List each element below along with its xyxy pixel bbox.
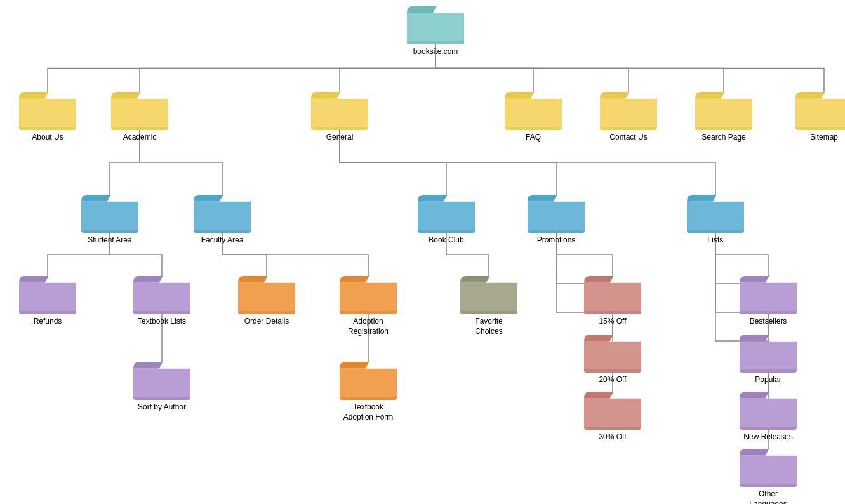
node-about[interactable]: About Us: [19, 92, 76, 143]
folder-icon-popular: [740, 335, 797, 373]
node-label-sitemap: Sitemap: [810, 133, 838, 143]
folder-icon-otherlanguages: [740, 449, 797, 487]
node-search[interactable]: Search Page: [695, 92, 752, 143]
node-label-textbooklists: Textbook Lists: [138, 317, 186, 327]
node-adoption[interactable]: Adoption Registration: [340, 276, 397, 336]
folder-icon-textbooklists: [133, 276, 190, 314]
node-label-off20: 20% Off: [599, 375, 626, 385]
node-faq[interactable]: FAQ: [505, 92, 562, 143]
node-label-bestsellers: Bestsellers: [750, 317, 787, 327]
folder-icon-adoption: [340, 276, 397, 314]
node-off15[interactable]: 15% Off: [584, 276, 641, 327]
node-label-student: Student Area: [88, 235, 131, 246]
folder-icon-faq: [505, 92, 562, 130]
node-label-refunds: Refunds: [34, 317, 62, 327]
folder-icon-sortbyauthor: [133, 362, 190, 400]
folder-icon-favoritechoices: [460, 276, 517, 314]
node-newreleases[interactable]: New Releases: [740, 392, 797, 442]
node-sitemap[interactable]: Sitemap: [795, 92, 845, 143]
node-sortbyauthor[interactable]: Sort by Author: [133, 362, 190, 413]
node-label-search: Search Page: [702, 133, 745, 143]
folder-icon-newreleases: [740, 392, 797, 430]
node-student[interactable]: Student Area: [81, 195, 138, 246]
node-label-off30: 30% Off: [599, 432, 626, 442]
node-refunds[interactable]: Refunds: [19, 276, 76, 327]
node-otherlanguages[interactable]: Other Languages: [740, 449, 797, 504]
node-label-sortbyauthor: Sort by Author: [138, 402, 186, 413]
node-bookclub[interactable]: Book Club: [418, 195, 475, 246]
folder-icon-bookclub: [418, 195, 475, 233]
edge-root-search: [436, 44, 724, 92]
node-label-root: booksite.com: [413, 47, 458, 57]
folder-icon-about: [19, 92, 76, 130]
connector-lines: [0, 0, 845, 504]
node-label-promotions: Promotions: [537, 235, 576, 246]
node-label-otherlanguages: Other Languages: [740, 489, 797, 504]
node-label-faq: FAQ: [526, 133, 541, 143]
folder-icon-sitemap: [795, 92, 845, 130]
folder-icon-orderdetails: [238, 276, 295, 314]
folder-icon-off15: [584, 276, 641, 314]
folder-icon-promotions: [528, 195, 585, 233]
folder-icon-search: [695, 92, 752, 130]
node-lists[interactable]: Lists: [687, 195, 744, 246]
folder-icon-bestsellers: [740, 276, 797, 314]
node-label-off15: 15% Off: [599, 317, 626, 327]
sitemap-canvas: booksite.com About Us Academic General F…: [0, 0, 845, 504]
node-academic[interactable]: Academic: [111, 92, 168, 143]
node-off30[interactable]: 30% Off: [584, 392, 641, 442]
folder-icon-root: [407, 6, 464, 44]
folder-icon-refunds: [19, 276, 76, 314]
folder-icon-student: [81, 195, 138, 233]
node-label-popular: Popular: [755, 375, 781, 385]
node-favoritechoices[interactable]: Favorite Choices: [460, 276, 517, 336]
edge-root-academic: [140, 44, 436, 92]
node-label-newreleases: New Releases: [743, 432, 792, 442]
node-label-orderdetails: Order Details: [244, 317, 289, 327]
node-promotions[interactable]: Promotions: [528, 195, 585, 246]
node-label-bookclub: Book Club: [429, 235, 463, 246]
node-textbookform[interactable]: Textbook Adoption Form: [340, 362, 397, 422]
node-general[interactable]: General: [311, 92, 368, 143]
folder-icon-off20: [584, 335, 641, 373]
edge-root-sitemap: [436, 44, 824, 92]
folder-icon-off30: [584, 392, 641, 430]
node-root[interactable]: booksite.com: [407, 6, 464, 57]
node-label-lists: Lists: [708, 235, 724, 246]
node-label-textbookform: Textbook Adoption Form: [340, 402, 397, 422]
folder-icon-general: [311, 92, 368, 130]
node-label-favoritechoices: Favorite Choices: [460, 317, 517, 336]
node-label-about: About Us: [32, 133, 63, 143]
node-label-contact: Contact Us: [609, 133, 647, 143]
folder-icon-textbookform: [340, 362, 397, 400]
node-label-academic: Academic: [123, 133, 157, 143]
folder-icon-lists: [687, 195, 744, 233]
node-label-general: General: [326, 133, 354, 143]
node-textbooklists[interactable]: Textbook Lists: [133, 276, 190, 327]
folder-icon-faculty: [194, 195, 251, 233]
edge-root-contact: [436, 44, 629, 92]
node-bestsellers[interactable]: Bestsellers: [740, 276, 797, 327]
node-popular[interactable]: Popular: [740, 335, 797, 385]
folder-icon-academic: [111, 92, 168, 130]
node-label-faculty: Faculty Area: [201, 235, 244, 246]
folder-icon-contact: [600, 92, 657, 130]
node-faculty[interactable]: Faculty Area: [194, 195, 251, 246]
edge-root-about: [48, 44, 436, 92]
node-orderdetails[interactable]: Order Details: [238, 276, 295, 327]
node-label-adoption: Adoption Registration: [340, 317, 397, 336]
node-off20[interactable]: 20% Off: [584, 335, 641, 385]
node-contact[interactable]: Contact Us: [600, 92, 657, 143]
